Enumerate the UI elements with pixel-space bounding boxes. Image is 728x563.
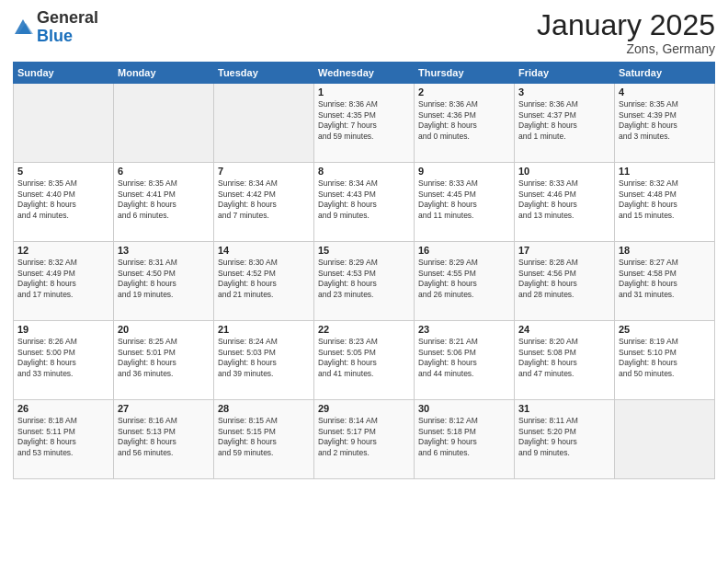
calendar-title: January 2025 xyxy=(537,9,715,41)
day-number: 7 xyxy=(218,166,310,177)
day-info: Sunrise: 8:29 AM Sunset: 4:53 PM Dayligh… xyxy=(318,258,410,300)
day-cell: 11Sunrise: 8:32 AM Sunset: 4:48 PM Dayli… xyxy=(615,163,715,242)
week-row-4: 19Sunrise: 8:26 AM Sunset: 5:00 PM Dayli… xyxy=(14,321,715,400)
day-info: Sunrise: 8:27 AM Sunset: 4:58 PM Dayligh… xyxy=(619,258,711,300)
day-info: Sunrise: 8:20 AM Sunset: 5:08 PM Dayligh… xyxy=(518,337,610,379)
day-info: Sunrise: 8:34 AM Sunset: 4:42 PM Dayligh… xyxy=(218,178,310,221)
day-number: 23 xyxy=(418,324,510,335)
day-info: Sunrise: 8:29 AM Sunset: 4:55 PM Dayligh… xyxy=(418,258,510,300)
week-row-1: 1Sunrise: 8:36 AM Sunset: 4:35 PM Daylig… xyxy=(14,84,715,163)
day-number: 17 xyxy=(518,245,610,256)
header: General Blue January 2025 Zons, Germany xyxy=(13,9,715,56)
page: General Blue January 2025 Zons, Germany … xyxy=(0,0,728,563)
day-number: 2 xyxy=(418,86,510,98)
day-cell: 21Sunrise: 8:24 AM Sunset: 5:03 PM Dayli… xyxy=(214,321,314,400)
col-wednesday: Wednesday xyxy=(314,63,415,84)
day-cell xyxy=(214,84,314,163)
day-info: Sunrise: 8:14 AM Sunset: 5:17 PM Dayligh… xyxy=(318,416,410,458)
day-info: Sunrise: 8:35 AM Sunset: 4:41 PM Dayligh… xyxy=(118,178,210,221)
week-row-3: 12Sunrise: 8:32 AM Sunset: 4:49 PM Dayli… xyxy=(14,242,715,321)
week-row-2: 5Sunrise: 8:35 AM Sunset: 4:40 PM Daylig… xyxy=(14,163,715,242)
calendar-table: Sunday Monday Tuesday Wednesday Thursday… xyxy=(13,62,715,479)
day-cell: 14Sunrise: 8:30 AM Sunset: 4:52 PM Dayli… xyxy=(214,242,314,321)
header-row: Sunday Monday Tuesday Wednesday Thursday… xyxy=(14,63,715,84)
day-cell: 29Sunrise: 8:14 AM Sunset: 5:17 PM Dayli… xyxy=(314,400,415,479)
day-info: Sunrise: 8:18 AM Sunset: 5:11 PM Dayligh… xyxy=(17,416,109,458)
day-number: 11 xyxy=(619,166,711,177)
day-info: Sunrise: 8:33 AM Sunset: 4:46 PM Dayligh… xyxy=(518,178,610,221)
day-info: Sunrise: 8:36 AM Sunset: 4:35 PM Dayligh… xyxy=(318,99,410,142)
day-info: Sunrise: 8:35 AM Sunset: 4:40 PM Dayligh… xyxy=(17,178,109,221)
day-cell: 31Sunrise: 8:11 AM Sunset: 5:20 PM Dayli… xyxy=(515,400,615,479)
logo: General Blue xyxy=(13,9,98,46)
logo-text: General Blue xyxy=(37,9,98,46)
day-info: Sunrise: 8:32 AM Sunset: 4:49 PM Dayligh… xyxy=(17,258,109,300)
day-number: 24 xyxy=(518,324,610,335)
day-number: 8 xyxy=(318,166,410,177)
day-cell: 1Sunrise: 8:36 AM Sunset: 4:35 PM Daylig… xyxy=(314,84,415,163)
day-info: Sunrise: 8:36 AM Sunset: 4:36 PM Dayligh… xyxy=(418,99,510,142)
col-tuesday: Tuesday xyxy=(214,63,314,84)
day-info: Sunrise: 8:31 AM Sunset: 4:50 PM Dayligh… xyxy=(118,258,210,300)
logo-blue: Blue xyxy=(37,27,73,45)
col-saturday: Saturday xyxy=(615,63,715,84)
day-cell: 3Sunrise: 8:36 AM Sunset: 4:37 PM Daylig… xyxy=(515,84,615,163)
day-number: 18 xyxy=(619,245,711,256)
logo-general: General xyxy=(37,8,98,27)
day-cell: 5Sunrise: 8:35 AM Sunset: 4:40 PM Daylig… xyxy=(14,163,114,242)
day-info: Sunrise: 8:19 AM Sunset: 5:10 PM Dayligh… xyxy=(619,337,711,379)
day-info: Sunrise: 8:24 AM Sunset: 5:03 PM Dayligh… xyxy=(218,337,310,379)
day-info: Sunrise: 8:21 AM Sunset: 5:06 PM Dayligh… xyxy=(418,337,510,379)
day-info: Sunrise: 8:16 AM Sunset: 5:13 PM Dayligh… xyxy=(118,416,210,458)
day-number: 13 xyxy=(118,245,210,256)
day-cell: 7Sunrise: 8:34 AM Sunset: 4:42 PM Daylig… xyxy=(214,163,314,242)
day-cell: 12Sunrise: 8:32 AM Sunset: 4:49 PM Dayli… xyxy=(14,242,114,321)
day-info: Sunrise: 8:26 AM Sunset: 5:00 PM Dayligh… xyxy=(17,337,109,379)
day-number: 3 xyxy=(518,86,610,98)
day-number: 26 xyxy=(17,403,109,414)
day-number: 16 xyxy=(418,245,510,256)
day-number: 20 xyxy=(118,324,210,335)
col-thursday: Thursday xyxy=(415,63,515,84)
day-number: 12 xyxy=(17,245,109,256)
day-cell: 10Sunrise: 8:33 AM Sunset: 4:46 PM Dayli… xyxy=(515,163,615,242)
day-info: Sunrise: 8:23 AM Sunset: 5:05 PM Dayligh… xyxy=(318,337,410,379)
col-monday: Monday xyxy=(114,63,214,84)
day-info: Sunrise: 8:15 AM Sunset: 5:15 PM Dayligh… xyxy=(218,416,310,458)
day-cell: 13Sunrise: 8:31 AM Sunset: 4:50 PM Dayli… xyxy=(114,242,214,321)
day-cell: 6Sunrise: 8:35 AM Sunset: 4:41 PM Daylig… xyxy=(114,163,214,242)
day-cell: 26Sunrise: 8:18 AM Sunset: 5:11 PM Dayli… xyxy=(14,400,114,479)
day-number: 4 xyxy=(619,86,711,98)
day-cell: 25Sunrise: 8:19 AM Sunset: 5:10 PM Dayli… xyxy=(615,321,715,400)
day-cell: 23Sunrise: 8:21 AM Sunset: 5:06 PM Dayli… xyxy=(415,321,515,400)
day-info: Sunrise: 8:36 AM Sunset: 4:37 PM Dayligh… xyxy=(518,99,610,142)
day-number: 28 xyxy=(218,403,310,414)
day-info: Sunrise: 8:34 AM Sunset: 4:43 PM Dayligh… xyxy=(318,178,410,221)
day-cell: 17Sunrise: 8:28 AM Sunset: 4:56 PM Dayli… xyxy=(515,242,615,321)
day-info: Sunrise: 8:30 AM Sunset: 4:52 PM Dayligh… xyxy=(218,258,310,300)
calendar-subtitle: Zons, Germany xyxy=(537,41,715,56)
day-cell xyxy=(114,84,214,163)
day-info: Sunrise: 8:33 AM Sunset: 4:45 PM Dayligh… xyxy=(418,178,510,221)
day-number: 5 xyxy=(17,166,109,177)
day-info: Sunrise: 8:25 AM Sunset: 5:01 PM Dayligh… xyxy=(118,337,210,379)
day-cell: 22Sunrise: 8:23 AM Sunset: 5:05 PM Dayli… xyxy=(314,321,415,400)
day-number: 19 xyxy=(17,324,109,335)
day-cell: 20Sunrise: 8:25 AM Sunset: 5:01 PM Dayli… xyxy=(114,321,214,400)
day-info: Sunrise: 8:12 AM Sunset: 5:18 PM Dayligh… xyxy=(418,416,510,458)
day-cell: 24Sunrise: 8:20 AM Sunset: 5:08 PM Dayli… xyxy=(515,321,615,400)
day-cell: 4Sunrise: 8:35 AM Sunset: 4:39 PM Daylig… xyxy=(615,84,715,163)
day-number: 10 xyxy=(518,166,610,177)
day-cell: 9Sunrise: 8:33 AM Sunset: 4:45 PM Daylig… xyxy=(415,163,515,242)
day-number: 22 xyxy=(318,324,410,335)
day-info: Sunrise: 8:11 AM Sunset: 5:20 PM Dayligh… xyxy=(518,416,610,458)
day-number: 9 xyxy=(418,166,510,177)
day-number: 27 xyxy=(118,403,210,414)
day-info: Sunrise: 8:28 AM Sunset: 4:56 PM Dayligh… xyxy=(518,258,610,300)
day-cell: 2Sunrise: 8:36 AM Sunset: 4:36 PM Daylig… xyxy=(415,84,515,163)
day-cell: 27Sunrise: 8:16 AM Sunset: 5:13 PM Dayli… xyxy=(114,400,214,479)
day-cell: 28Sunrise: 8:15 AM Sunset: 5:15 PM Dayli… xyxy=(214,400,314,479)
day-number: 30 xyxy=(418,403,510,414)
day-number: 31 xyxy=(518,403,610,414)
day-cell: 16Sunrise: 8:29 AM Sunset: 4:55 PM Dayli… xyxy=(415,242,515,321)
